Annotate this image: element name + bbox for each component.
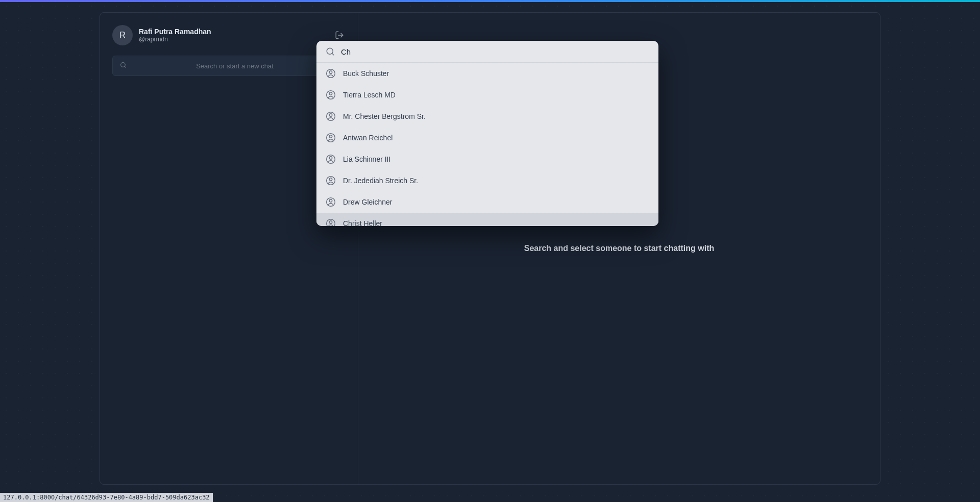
- user-circle-icon: [326, 218, 336, 226]
- result-item-label: Lia Schinner III: [343, 155, 390, 163]
- result-item-label: Tierra Lesch MD: [343, 91, 396, 99]
- svg-point-12: [329, 135, 332, 138]
- result-item[interactable]: Tierra Lesch MD: [316, 84, 658, 106]
- result-item-label: Drew Gleichner: [343, 198, 392, 206]
- logout-icon: [335, 31, 344, 40]
- result-item-label: Mr. Chester Bergstrom Sr.: [343, 112, 426, 120]
- result-item[interactable]: Mr. Chester Bergstrom Sr.: [316, 106, 658, 127]
- result-item[interactable]: Buck Schuster: [316, 63, 658, 84]
- logout-button[interactable]: [333, 29, 346, 41]
- user-header: R Rafi Putra Ramadhan @raprmdn: [112, 25, 346, 45]
- sidebar-search[interactable]: [112, 56, 346, 76]
- result-item[interactable]: Christ Heller: [316, 213, 658, 226]
- search-icon: [326, 47, 335, 56]
- user-info: R Rafi Putra Ramadhan @raprmdn: [112, 25, 211, 45]
- modal-search-row: [316, 41, 658, 63]
- svg-point-18: [329, 199, 332, 202]
- user-name: Rafi Putra Ramadhan: [139, 28, 211, 36]
- user-circle-icon: [326, 154, 336, 164]
- result-item[interactable]: Lia Schinner III: [316, 148, 658, 170]
- avatar-initial: R: [119, 31, 126, 40]
- result-item-label: Antwan Reichel: [343, 134, 393, 142]
- result-item[interactable]: Dr. Jedediah Streich Sr.: [316, 170, 658, 191]
- user-circle-icon: [326, 175, 336, 186]
- result-item[interactable]: Drew Gleichner: [316, 191, 658, 213]
- browser-status-bar: 127.0.0.1:8000/chat/64326d93-7e80-4a89-b…: [0, 493, 213, 502]
- svg-point-14: [329, 157, 332, 159]
- user-circle-icon: [326, 197, 336, 207]
- empty-state-text: Search and select someone to start chatt…: [524, 244, 715, 253]
- sidebar-search-input[interactable]: [132, 62, 338, 70]
- svg-point-6: [329, 71, 332, 73]
- user-circle-icon: [326, 133, 336, 143]
- svg-point-10: [329, 114, 332, 116]
- status-bar-text: 127.0.0.1:8000/chat/64326d93-7e80-4a89-b…: [3, 494, 210, 501]
- user-circle-icon: [326, 68, 336, 79]
- user-circle-icon: [326, 90, 336, 100]
- svg-line-4: [332, 53, 333, 55]
- user-handle: @raprmdn: [139, 36, 211, 43]
- result-item-label: Christ Heller: [343, 219, 382, 226]
- svg-point-20: [329, 221, 332, 223]
- avatar: R: [112, 25, 133, 45]
- results-list[interactable]: Buck SchusterTierra Lesch MDMr. Chester …: [316, 63, 658, 226]
- svg-line-2: [125, 66, 126, 67]
- user-circle-icon: [326, 111, 336, 121]
- search-icon: [120, 61, 127, 70]
- svg-point-16: [329, 178, 332, 181]
- result-item[interactable]: Antwan Reichel: [316, 127, 658, 148]
- user-text: Rafi Putra Ramadhan @raprmdn: [139, 28, 211, 43]
- modal-search-input[interactable]: [341, 47, 649, 56]
- svg-point-8: [329, 92, 332, 95]
- search-modal: Buck SchusterTierra Lesch MDMr. Chester …: [316, 41, 658, 226]
- result-item-label: Dr. Jedediah Streich Sr.: [343, 177, 418, 185]
- result-item-label: Buck Schuster: [343, 69, 389, 78]
